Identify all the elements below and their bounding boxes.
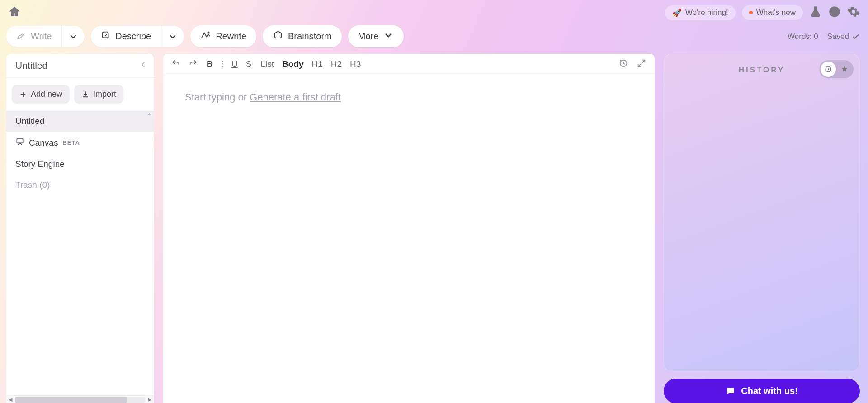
svg-point-1 (834, 14, 835, 14)
redo-button[interactable] (189, 59, 198, 70)
history-toggle (819, 60, 854, 78)
write-label: Write (31, 31, 52, 42)
home-icon[interactable] (8, 5, 21, 20)
rewrite-label: Rewrite (216, 31, 246, 42)
history-clock-icon[interactable] (618, 58, 628, 70)
quill-icon (16, 30, 26, 43)
import-label: Import (93, 90, 116, 99)
bold-button[interactable]: B (207, 59, 213, 69)
h1-button[interactable]: H1 (312, 59, 323, 69)
rewrite-icon (200, 30, 211, 43)
sidebar-horizontal-scrollbar[interactable]: ◀ ▶ (6, 395, 154, 403)
scroll-left-icon[interactable]: ◀ (6, 397, 14, 403)
word-count: Words: 0 (788, 32, 818, 41)
chat-button[interactable]: Chat with us! (664, 379, 860, 403)
check-icon (852, 33, 860, 41)
write-button-group: Write (6, 26, 85, 47)
editor-placeholder-prefix: Start typing or (185, 91, 250, 103)
chat-label: Chat with us! (741, 386, 798, 396)
write-dropdown[interactable] (61, 26, 85, 47)
chevron-down-icon (383, 30, 394, 43)
notification-dot-icon (749, 11, 753, 14)
hiring-label: We're hiring! (685, 8, 728, 17)
more-label: More (358, 31, 379, 42)
scroll-right-icon[interactable]: ▶ (146, 397, 154, 403)
help-icon[interactable] (828, 5, 841, 20)
editor: B i U S List Body H1 H2 H3 (163, 54, 655, 403)
whats-new-label: What's new (756, 8, 796, 17)
settings-icon[interactable] (847, 5, 860, 20)
rocket-icon: 🚀 (672, 8, 682, 18)
add-new-button[interactable]: Add new (12, 85, 70, 104)
chat-icon (726, 386, 736, 396)
star-icon (840, 65, 849, 73)
plus-icon (19, 90, 27, 99)
describe-button-group: Describe (91, 26, 184, 47)
h3-button[interactable]: H3 (350, 59, 361, 69)
saved-status: Saved (827, 32, 860, 41)
brainstorm-button[interactable]: Brainstorm (263, 25, 342, 47)
collapse-sidebar-button[interactable] (139, 60, 147, 71)
rewrite-button[interactable]: Rewrite (190, 25, 256, 47)
clock-icon (824, 65, 832, 73)
expand-icon[interactable] (637, 58, 646, 70)
describe-icon (101, 30, 111, 43)
add-new-label: Add new (31, 90, 62, 99)
sidebar: Untitled Add new Import ▲ Untitled (6, 54, 154, 403)
brainstorm-icon (273, 30, 283, 43)
sidebar-item-story-engine[interactable]: Story Engine (6, 154, 154, 175)
sidebar-item-canvas[interactable]: Canvas BETA (6, 132, 154, 154)
history-panel: HISTORY Chat with us! (664, 54, 860, 403)
history-starred-toggle[interactable] (837, 62, 852, 77)
hiring-link[interactable]: 🚀 We're hiring! (665, 5, 736, 20)
canvas-icon (15, 137, 24, 148)
svg-rect-2 (103, 32, 108, 38)
whats-new-link[interactable]: What's new (742, 5, 803, 20)
beta-badge: BETA (62, 139, 80, 146)
sidebar-item-untitled[interactable]: Untitled (6, 111, 154, 132)
write-button[interactable]: Write (6, 26, 61, 47)
generate-first-draft-link[interactable]: Generate a first draft (250, 91, 341, 103)
sidebar-item-trash[interactable]: Trash (0) (6, 175, 154, 195)
strike-button[interactable]: S (246, 59, 252, 69)
import-button[interactable]: Import (74, 85, 123, 104)
editor-body[interactable]: Start typing or Generate a first draft (163, 75, 655, 403)
more-button[interactable]: More (348, 25, 404, 47)
labs-icon[interactable] (809, 5, 822, 20)
svg-rect-3 (17, 139, 23, 143)
list-button[interactable]: List (260, 59, 274, 69)
describe-label: Describe (115, 31, 151, 42)
h2-button[interactable]: H2 (331, 59, 342, 69)
undo-button[interactable] (171, 59, 180, 70)
italic-button[interactable]: i (221, 59, 223, 69)
describe-button[interactable]: Describe (91, 26, 161, 47)
history-recent-toggle[interactable] (821, 62, 836, 77)
document-title[interactable]: Untitled (15, 60, 47, 71)
import-icon (81, 90, 90, 99)
describe-dropdown[interactable] (161, 26, 184, 47)
brainstorm-label: Brainstorm (288, 31, 332, 42)
body-style-button[interactable]: Body (282, 59, 304, 69)
underline-button[interactable]: U (231, 59, 238, 69)
scroll-hint-icon: ▲ (147, 111, 152, 116)
